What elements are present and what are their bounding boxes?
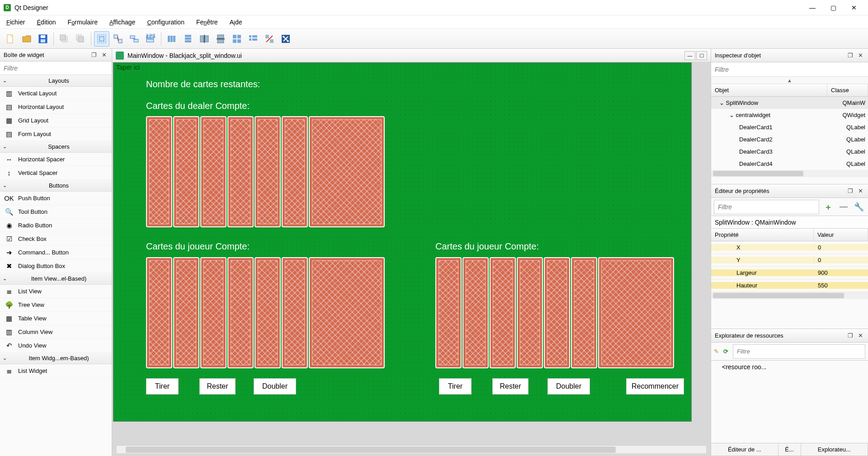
tree-row[interactable]: ⌄ centralwidgetQWidget [711, 109, 868, 121]
dock-float-icon[interactable]: ❐ [846, 52, 854, 60]
dock-float-icon[interactable]: ❐ [846, 332, 854, 340]
menu-formulaire[interactable]: Formulaire [65, 17, 100, 28]
widgetbox-item[interactable]: ↔Horizontal Spacer [0, 153, 112, 166]
widgetbox-filter-input[interactable] [0, 61, 112, 75]
tree-row[interactable]: DealerCard3QLabel [711, 146, 868, 158]
layout-form-icon[interactable] [245, 31, 261, 47]
config-property-icon[interactable]: 🔧 [853, 201, 865, 213]
layout-v-icon[interactable] [180, 31, 196, 47]
form-canvas[interactable]: Taper ici Nombre de cartes restantes: Ca… [113, 62, 692, 422]
widgetbox-item[interactable]: ≣List Widget [0, 364, 112, 378]
resource-root[interactable]: <resource roo... [711, 361, 868, 443]
widgetbox-category[interactable]: ⌄Spacers [0, 141, 112, 153]
add-property-icon[interactable]: ＋ [822, 201, 835, 213]
widgetbox-category[interactable]: ⌄Item Widg...em-Based) [0, 353, 112, 364]
widgetbox-item[interactable]: ☑Check Box [0, 232, 112, 246]
edit-widgets-icon[interactable] [94, 31, 109, 47]
edit-buddies-icon[interactable] [127, 31, 142, 47]
save-icon[interactable] [35, 31, 51, 47]
card-back [200, 116, 226, 227]
edit-taborder-icon[interactable]: 123 [143, 31, 158, 47]
dock-close-icon[interactable]: ✕ [856, 52, 864, 60]
edit-signals-icon[interactable] [110, 31, 126, 47]
tirer1-button[interactable]: Tirer [146, 378, 179, 395]
reload-resource-icon[interactable]: ⟳ [723, 348, 728, 355]
tree-row[interactable]: ⌄ SplitWindowQMainW [711, 97, 868, 109]
dock-close-icon[interactable]: ✕ [856, 187, 864, 195]
break-layout-icon[interactable] [262, 31, 277, 47]
widgetbox-item[interactable]: ↶Undo View [0, 339, 112, 353]
menu-fichier[interactable]: Fichier [4, 17, 28, 28]
menu-configuration[interactable]: Configuration [144, 17, 187, 28]
edit-resource-icon[interactable]: ✎ [714, 348, 719, 355]
maximize-button[interactable]: ▢ [823, 0, 844, 15]
menu-fenetre[interactable]: Fenêtre [193, 17, 221, 28]
tab-explorer[interactable]: Explorateu... [801, 443, 868, 456]
widgetbox-item[interactable]: ▥Vertical Layout [0, 87, 112, 100]
scroll-up-icon[interactable]: ▲ [711, 77, 868, 84]
layout-h-icon[interactable] [164, 31, 179, 47]
widgetbox-item[interactable]: ▤Horizontal Layout [0, 100, 112, 114]
remove-property-icon[interactable]: — [837, 201, 850, 213]
widgetbox-item[interactable]: ≣List View [0, 285, 112, 298]
layout-grid-icon[interactable] [229, 31, 245, 47]
adjust-size-icon[interactable] [278, 31, 293, 47]
doubler2-button[interactable]: Doubler [547, 378, 590, 395]
widgetbox-category[interactable]: ⌄Item View...el-Based) [0, 273, 112, 285]
menu-edition[interactable]: Édition [34, 17, 58, 28]
tree-row[interactable]: DealerCard4QLabel [711, 158, 868, 170]
widgetbox-item[interactable]: ▤Form Layout [0, 127, 112, 141]
new-icon[interactable] [3, 31, 18, 47]
form-minimize-icon[interactable]: — [684, 51, 695, 60]
widgetbox-item[interactable]: ✖Dialog Button Box [0, 259, 112, 273]
inspector-hscroll[interactable] [711, 170, 868, 177]
resource-filter-input[interactable] [733, 344, 865, 359]
h-scrollbar[interactable] [117, 445, 706, 453]
rester1-button[interactable]: Rester [199, 378, 236, 395]
menu-aide[interactable]: Aide [227, 17, 245, 28]
widgetbox-item[interactable]: ➜Command... Button [0, 246, 112, 259]
form-maximize-icon[interactable]: ▢ [696, 51, 707, 60]
widgetbox-item[interactable]: ◉Radio Button [0, 219, 112, 232]
widgetbox-item[interactable]: 🔍Tool Button [0, 205, 112, 219]
tree-row[interactable]: DealerCard1QLabel [711, 121, 868, 133]
property-row[interactable]: Hauteur550 [711, 279, 868, 292]
widget-icon: ✖ [5, 262, 14, 271]
property-row[interactable]: Largeur900 [711, 267, 868, 279]
tab-editor[interactable]: Éditeur de ... [711, 443, 778, 456]
widgetbox-category[interactable]: ⌄Buttons [0, 180, 112, 192]
tree-row[interactable]: DealerCard2QLabel [711, 133, 868, 146]
bring-front-icon[interactable] [73, 31, 88, 47]
widgetbox-item[interactable]: 🌳Tree View [0, 298, 112, 312]
minimize-button[interactable]: — [802, 0, 823, 15]
menu-affichage[interactable]: Affichage [107, 17, 138, 28]
menu-placeholder[interactable]: Taper ici [116, 64, 140, 71]
property-hscroll[interactable] [711, 292, 868, 299]
dock-close-icon[interactable]: ✕ [856, 332, 864, 340]
close-button[interactable]: ✕ [844, 0, 864, 15]
app-icon: D [4, 4, 11, 11]
inspector-filter-input[interactable] [711, 62, 868, 76]
tirer2-button[interactable]: Tirer [439, 378, 472, 395]
layout-vsplit-icon[interactable] [213, 31, 228, 47]
tab-e[interactable]: É... [778, 443, 801, 456]
layout-hsplit-icon[interactable] [197, 31, 212, 47]
doubler1-button[interactable]: Doubler [254, 378, 296, 395]
property-row[interactable]: X0 [711, 241, 868, 254]
widgetbox-item[interactable]: OKPush Button [0, 192, 112, 205]
dock-close-icon[interactable]: ✕ [100, 51, 108, 59]
recommencer-button[interactable]: Recommencer [626, 378, 684, 395]
property-filter-input[interactable] [714, 200, 819, 214]
widgetbox-item[interactable]: ▥Column View [0, 325, 112, 339]
widgetbox-item[interactable]: ▦Table View [0, 312, 112, 325]
dock-float-icon[interactable]: ❐ [846, 187, 854, 195]
widgetbox-item[interactable]: ↕Vertical Spacer [0, 166, 112, 180]
dock-float-icon[interactable]: ❐ [90, 51, 98, 59]
dealer-cards [146, 116, 385, 227]
widgetbox-category[interactable]: ⌄Layouts [0, 75, 112, 87]
open-icon[interactable] [19, 31, 34, 47]
widgetbox-item[interactable]: ▦Grid Layout [0, 114, 112, 127]
rester2-button[interactable]: Rester [492, 378, 528, 395]
property-row[interactable]: Y0 [711, 254, 868, 267]
send-back-icon[interactable] [57, 31, 72, 47]
